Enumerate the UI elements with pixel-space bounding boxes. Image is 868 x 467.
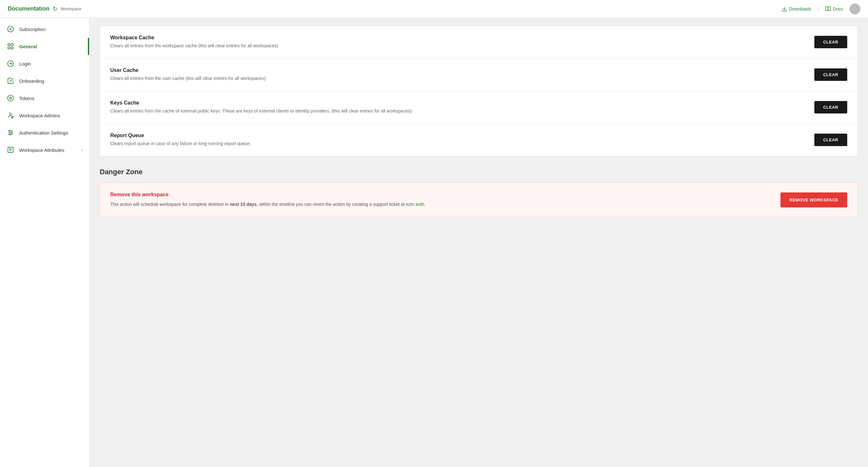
keys-cache-desc: Clears all entries from the cache of ext… [110, 108, 802, 114]
svg-point-8 [8, 95, 13, 101]
sidebar-item-subscription[interactable]: Subscription [0, 21, 89, 38]
user-cache-info: User Cache Clears all entries from the u… [110, 67, 814, 82]
sidebar-label-workspace-attributes: Workspace Attributes [19, 147, 64, 153]
book-icon [825, 6, 831, 12]
report-queue-desc: Clears report queue in case of any failu… [110, 140, 802, 147]
download-icon [781, 6, 787, 12]
workspace-cache-info: Workspace Cache Clears all entries from … [110, 35, 814, 49]
danger-zone-info: Remove this workspace This action will s… [110, 192, 780, 208]
svg-point-9 [9, 97, 11, 99]
sidebar-label-general: General [19, 44, 37, 49]
svg-point-15 [9, 130, 10, 132]
workspace-cache-title: Workspace Cache [110, 35, 802, 40]
sidebar-label-login: Login [19, 61, 31, 66]
header-left: Documentation ↻ Workspace [8, 5, 82, 12]
chevron-right-icon: › [81, 147, 83, 152]
sidebar-label-workspace-admins: Workspace Admins [19, 113, 60, 118]
danger-desc-before: This action will schedule workspace for … [110, 202, 230, 207]
sidebar: Subscription General Login Onboarding [0, 18, 89, 467]
report-queue-info: Report Queue Clears report queue in case… [110, 133, 814, 147]
header: Documentation ↻ Workspace Downloads | Do… [0, 0, 868, 18]
sidebar-label-subscription: Subscription [19, 27, 46, 32]
sidebar-item-workspace-admins[interactable]: Workspace Admins [0, 107, 89, 124]
downloads-label: Downloads [789, 6, 811, 11]
svg-rect-4 [11, 44, 13, 46]
workspace-cache-desc: Clears all entries from the workspace ca… [110, 42, 802, 49]
app-logo: Documentation [8, 5, 50, 12]
main-content: Workspace Cache Clears all entries from … [89, 18, 868, 467]
svg-rect-3 [8, 44, 10, 46]
tokens-icon [6, 94, 15, 102]
docs-label: Docs [833, 6, 843, 11]
user-cache-clear-button[interactable]: CLEAR [814, 68, 847, 81]
danger-zone-card-description: This action will schedule workspace for … [110, 201, 768, 208]
danger-zone-card-title: Remove this workspace [110, 192, 768, 198]
person-settings-icon [6, 111, 15, 120]
keys-cache-item: Keys Cache Clears all entries from the c… [100, 91, 858, 124]
user-avatar[interactable] [849, 3, 860, 14]
ezto-auth-link[interactable]: ezto auth [406, 202, 424, 207]
svg-point-16 [11, 132, 12, 133]
sidebar-item-onboarding[interactable]: Onboarding [0, 72, 89, 89]
danger-desc-after: . [424, 202, 426, 207]
sidebar-item-workspace-attributes[interactable]: Workspace Attributes › [0, 141, 89, 158]
danger-desc-bold: next 15 days [230, 202, 256, 207]
user-cache-item: User Cache Clears all entries from the u… [100, 58, 858, 91]
refresh-icon[interactable]: ↻ [53, 5, 58, 12]
workspace-cache-clear-button[interactable]: CLEAR [814, 36, 847, 48]
login-icon [6, 59, 15, 68]
onboarding-icon [6, 77, 15, 85]
keys-cache-info: Keys Cache Clears all entries from the c… [110, 100, 814, 114]
user-cache-title: User Cache [110, 67, 802, 73]
workspace-cache-item: Workspace Cache Clears all entries from … [100, 26, 858, 58]
apps-icon [6, 42, 15, 51]
danger-zone-heading: Danger Zone [100, 168, 858, 176]
danger-desc-middle: , within the timeline you can revert the… [256, 202, 406, 207]
user-cache-desc: Clears all entries from the user cache (… [110, 75, 802, 82]
docs-link[interactable]: Docs [825, 6, 843, 12]
keys-cache-clear-button[interactable]: CLEAR [814, 101, 847, 114]
sidebar-item-auth-settings[interactable]: Authentication Settings [0, 124, 89, 141]
sliders-icon [6, 128, 15, 137]
remove-workspace-button[interactable]: REMOVE WORKSPACE [780, 193, 847, 207]
report-queue-item: Report Queue Clears report queue in case… [100, 124, 858, 156]
svg-point-10 [9, 113, 11, 115]
sidebar-label-auth-settings: Authentication Settings [19, 130, 68, 136]
header-right: Downloads | Docs [781, 3, 860, 14]
sidebar-label-tokens: Tokens [19, 95, 34, 101]
header-divider: | [817, 6, 819, 12]
workspace-subtitle: Workspace [61, 6, 82, 11]
sidebar-label-onboarding: Onboarding [19, 78, 44, 84]
report-queue-clear-button[interactable]: CLEAR [814, 134, 847, 146]
cache-cards-container: Workspace Cache Clears all entries from … [100, 26, 858, 156]
svg-point-17 [9, 134, 10, 135]
list-doc-icon [6, 146, 15, 154]
sidebar-item-login[interactable]: Login [0, 55, 89, 72]
dollar-circle-icon [6, 25, 15, 33]
sidebar-item-tokens[interactable]: Tokens [0, 89, 89, 107]
downloads-link[interactable]: Downloads [781, 6, 811, 12]
danger-zone-card: Remove this workspace This action will s… [100, 182, 858, 217]
keys-cache-title: Keys Cache [110, 100, 802, 106]
svg-rect-6 [11, 47, 13, 49]
sidebar-item-general[interactable]: General [0, 38, 89, 55]
report-queue-title: Report Queue [110, 133, 802, 138]
layout: Subscription General Login Onboarding [0, 18, 868, 467]
svg-rect-5 [8, 47, 10, 49]
